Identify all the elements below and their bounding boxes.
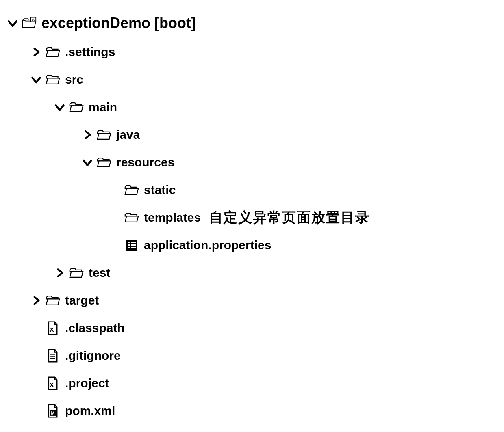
xfile-icon: X <box>46 321 60 335</box>
tree-node-label: templates <box>144 211 201 225</box>
tree-node-label: .settings <box>65 45 115 59</box>
chevron-down-icon[interactable] <box>53 100 67 114</box>
chevron-right-icon[interactable] <box>29 294 43 307</box>
folder-icon <box>97 127 111 142</box>
svg-rect-6 <box>131 244 136 246</box>
xfile-icon: X <box>46 376 60 391</box>
svg-text:S: S <box>32 17 35 22</box>
tree-node-test[interactable]: test <box>4 259 500 287</box>
tree-node-label: application.properties <box>144 238 271 252</box>
tree-node-pomxml[interactable]: Mpom.xml <box>4 397 500 425</box>
tree-node-target[interactable]: target <box>4 287 500 314</box>
tree-node-label: pom.xml <box>65 404 115 418</box>
chevron-right-icon[interactable] <box>29 45 43 59</box>
folder-icon <box>69 266 84 280</box>
tree-node-label: .project <box>65 376 109 390</box>
svg-rect-8 <box>131 247 136 248</box>
tree-node-project[interactable]: X.project <box>4 369 500 397</box>
svg-rect-3 <box>128 242 130 243</box>
tree-node-settings[interactable]: .settings <box>4 38 500 66</box>
tree-node-label: .gitignore <box>65 349 121 363</box>
folder-icon <box>46 45 60 59</box>
tree-node-label: src <box>65 73 83 86</box>
folder-icon <box>124 210 139 225</box>
tree-node-templates[interactable]: templates自定义异常页面放置目录 <box>4 204 500 231</box>
tree-node-label: .classpath <box>65 321 125 335</box>
svg-rect-7 <box>128 247 130 248</box>
svg-rect-5 <box>128 244 130 246</box>
svg-text:X: X <box>50 326 54 333</box>
tree-node-root[interactable]: SexceptionDemo [boot] <box>4 8 500 38</box>
svg-rect-4 <box>131 242 136 243</box>
mfile-icon: M <box>46 404 60 418</box>
tree-node-label: static <box>144 183 176 197</box>
chevron-down-icon[interactable] <box>29 73 43 86</box>
tree-node-static[interactable]: static <box>4 176 500 204</box>
svg-text:X: X <box>50 381 54 388</box>
folder-icon <box>97 155 111 170</box>
tree-node-label: target <box>65 294 99 307</box>
chevron-right-icon[interactable] <box>80 128 94 142</box>
tree-node-label: resources <box>116 156 174 169</box>
svg-text:M: M <box>51 410 54 415</box>
tree-node-src[interactable]: src <box>4 66 500 93</box>
annotation-text: 自定义异常页面放置目录 <box>209 208 370 227</box>
tree-node-main[interactable]: main <box>4 93 500 121</box>
folder-icon <box>69 100 84 114</box>
tree-node-label: exceptionDemo [boot] <box>41 15 196 32</box>
chevron-down-icon[interactable] <box>6 16 20 30</box>
tree-node-java[interactable]: java <box>4 121 500 149</box>
tree-node-appprops[interactable]: application.properties <box>4 231 500 259</box>
properties-icon <box>124 238 139 253</box>
chevron-right-icon[interactable] <box>53 266 67 280</box>
textfile-icon <box>46 348 60 363</box>
tree-node-label: test <box>89 266 110 280</box>
chevron-down-icon[interactable] <box>80 156 94 169</box>
folder-icon <box>124 183 139 197</box>
project-tree: SexceptionDemo [boot].settingssrcmainjav… <box>4 8 500 425</box>
tree-node-label: java <box>116 128 140 142</box>
tree-node-gitignore[interactable]: .gitignore <box>4 342 500 369</box>
tree-node-classpath[interactable]: X.classpath <box>4 314 500 342</box>
tree-node-label: main <box>89 100 117 114</box>
project-icon: S <box>22 16 37 30</box>
tree-node-resources[interactable]: resources <box>4 149 500 176</box>
folder-icon <box>46 72 60 87</box>
folder-icon <box>46 293 60 308</box>
